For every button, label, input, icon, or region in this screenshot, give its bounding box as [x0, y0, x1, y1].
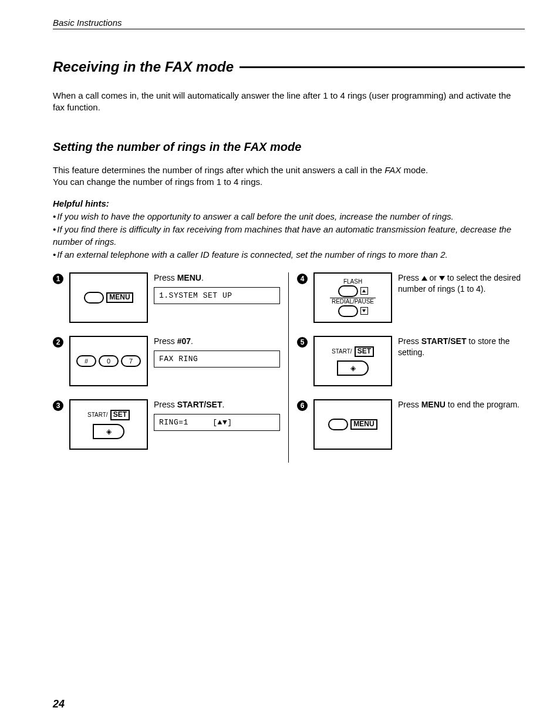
start-label: START/	[87, 412, 108, 418]
step-number-icon: 6	[297, 400, 308, 411]
hint-item: If an external telephone with a caller I…	[53, 249, 525, 261]
instr-text: .	[222, 400, 224, 409]
set-button-icon: SET	[110, 410, 130, 420]
manual-page: Basic Instructions Receiving in the FAX …	[0, 0, 560, 728]
down-triangle-icon	[439, 276, 445, 281]
step-6: 6 MENU Press MENU to end the program.	[297, 399, 525, 450]
step-instruction: Press START/SET to store the setting.	[398, 336, 525, 358]
step-instruction: Press MENU. 1.SYSTEM SET UP	[154, 272, 280, 304]
hint-item: If you wish to have the opportunity to a…	[53, 211, 525, 223]
instr-text: to end the program.	[446, 400, 519, 409]
step-2: 2 # 0 7 Press #07. FAX RING	[53, 336, 280, 386]
diamond-icon: ◈	[350, 364, 356, 372]
step-5: 5 START/ SET ◈ Press START/SET to store …	[297, 336, 525, 386]
step-number-icon: 3	[53, 400, 63, 411]
instr-bold: MENU	[177, 273, 201, 282]
redial-label: REDIAL/PAUSE	[332, 299, 374, 305]
instr-text: Press	[398, 336, 421, 346]
diamond-icon: ◈	[106, 427, 112, 436]
desc-line1-em: FAX	[384, 165, 401, 175]
hints-heading: Helpful hints:	[53, 198, 525, 208]
menu-button-icon: MENU	[350, 419, 377, 429]
down-arrow-icon	[360, 307, 368, 315]
seven-key-icon: 7	[121, 355, 141, 367]
start-button-icon: ◈	[337, 360, 369, 376]
device-panel: FLASH REDIAL/PAUSE	[313, 272, 392, 323]
step-instruction: Press #07. FAX RING	[154, 336, 280, 368]
desc-line2: You can change the number of rings from …	[53, 177, 262, 187]
instr-bold: START/SET	[421, 336, 467, 346]
header-section-label: Basic Instructions	[53, 18, 525, 29]
subsection-title: Setting the number of rings in the FAX m…	[53, 140, 525, 154]
description: This feature determines the number of ri…	[53, 164, 525, 188]
device-panel: # 0 7	[69, 336, 148, 386]
step-instruction: Press MENU to end the program.	[398, 399, 525, 410]
section-title: Receiving in the FAX mode	[53, 59, 525, 75]
desc-line1-pre: This feature determines the number of ri…	[53, 165, 384, 175]
step-number-icon: 1	[53, 274, 63, 284]
step-1: 1 MENU Press MENU. 1.SYSTEM SET UP	[53, 272, 280, 323]
step-4: 4 FLASH REDIAL/PAUSE Press or to s	[297, 272, 525, 323]
instr-text: .	[201, 273, 204, 282]
blank-button-icon	[84, 292, 104, 304]
up-arrow-icon	[360, 287, 368, 295]
device-panel: START/ SET ◈	[69, 399, 148, 450]
step-3: 3 START/ SET ◈ Press START/SET. RING=1 […	[53, 399, 280, 450]
instr-bold: MENU	[421, 400, 446, 409]
flash-label: FLASH	[343, 279, 362, 285]
step-number-icon: 5	[297, 337, 308, 348]
hint-item: If you find there is difficulty in fax r…	[53, 224, 525, 248]
instr-text: Press	[154, 273, 177, 282]
flash-button-icon	[338, 285, 358, 297]
step-instruction: Press START/SET. RING=1 [▲▼]	[154, 399, 280, 431]
intro-paragraph: When a call comes in, the unit will auto…	[53, 90, 525, 114]
up-triangle-icon	[421, 276, 427, 281]
steps-right-column: 4 FLASH REDIAL/PAUSE Press or to s	[289, 272, 525, 463]
set-button-icon: SET	[355, 346, 374, 356]
instr-text: .	[191, 336, 193, 346]
desc-line1-tail: mode.	[401, 165, 428, 175]
zero-key-icon: 0	[99, 355, 119, 367]
step-instruction: Press or to select the desired number of…	[398, 272, 525, 295]
start-label: START/	[332, 349, 352, 355]
instr-text: Press	[154, 336, 177, 346]
lcd-display: RING=1 [▲▼]	[154, 414, 280, 432]
step-number-icon: 4	[297, 274, 308, 284]
steps-left-column: 1 MENU Press MENU. 1.SYSTEM SET UP 2	[53, 272, 289, 463]
hints-list: If you wish to have the opportunity to a…	[53, 211, 525, 261]
steps-container: 1 MENU Press MENU. 1.SYSTEM SET UP 2	[53, 272, 525, 463]
instr-text: Press	[398, 400, 421, 409]
title-rule	[239, 66, 525, 68]
hash-key-icon: #	[76, 355, 96, 367]
instr-bold: #07	[177, 336, 191, 346]
device-panel: MENU	[313, 399, 392, 450]
device-panel: START/ SET ◈	[313, 336, 392, 386]
blank-button-icon	[328, 419, 348, 430]
section-title-text: Receiving in the FAX mode	[53, 59, 234, 75]
lcd-display: 1.SYSTEM SET UP	[154, 287, 280, 305]
page-number: 24	[53, 698, 65, 710]
start-button-icon: ◈	[93, 424, 124, 439]
lcd-display: FAX RING	[154, 350, 280, 368]
menu-button-icon: MENU	[106, 292, 133, 302]
instr-bold: START/SET	[177, 400, 222, 409]
device-panel: MENU	[69, 272, 148, 323]
redial-button-icon	[338, 305, 358, 317]
instr-text: Press	[154, 400, 177, 409]
step-number-icon: 2	[53, 337, 63, 348]
